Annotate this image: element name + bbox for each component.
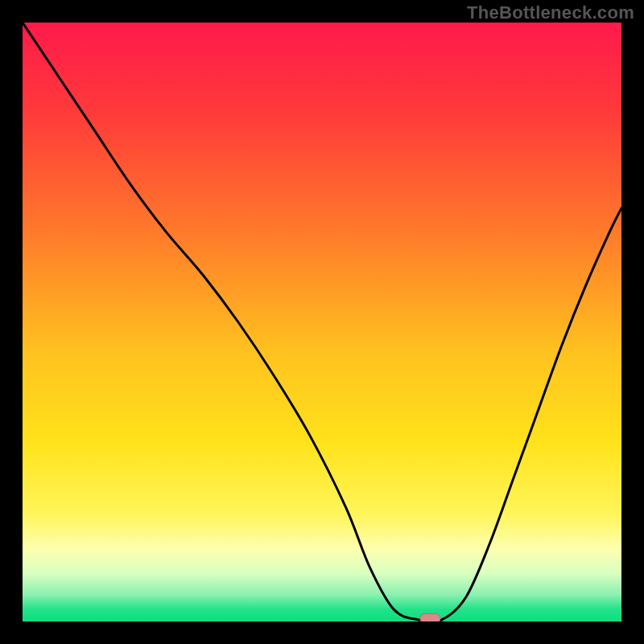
plot-area — [23, 23, 621, 621]
chart-frame: TheBottleneck.com — [0, 0, 644, 644]
optimum-marker — [420, 613, 440, 621]
gradient-background — [23, 23, 621, 621]
bottleneck-chart — [23, 23, 621, 621]
watermark-text: TheBottleneck.com — [467, 2, 634, 23]
